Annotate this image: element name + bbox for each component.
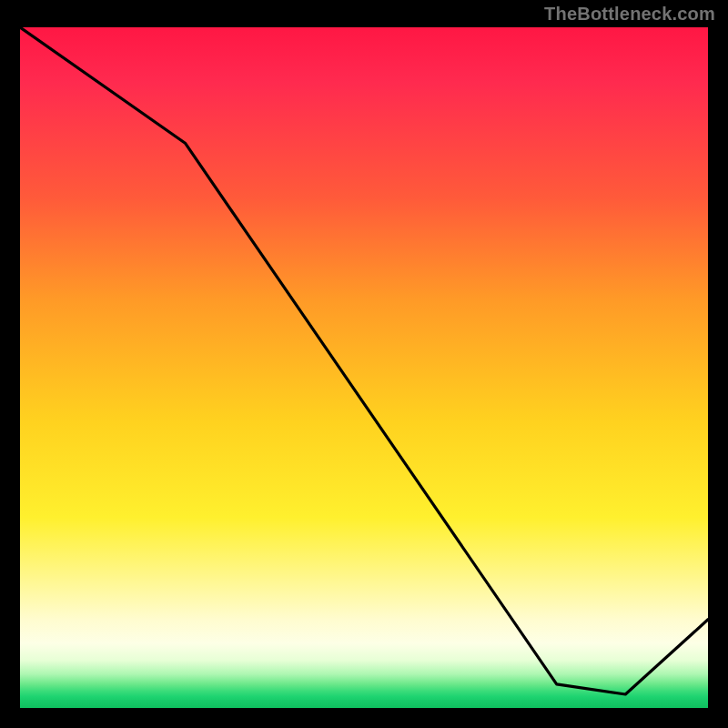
bottleneck-curve bbox=[20, 27, 708, 708]
plot-area bbox=[20, 27, 708, 708]
watermark-text: TheBottleneck.com bbox=[544, 4, 715, 25]
chart-stage: TheBottleneck.com bbox=[0, 0, 728, 728]
